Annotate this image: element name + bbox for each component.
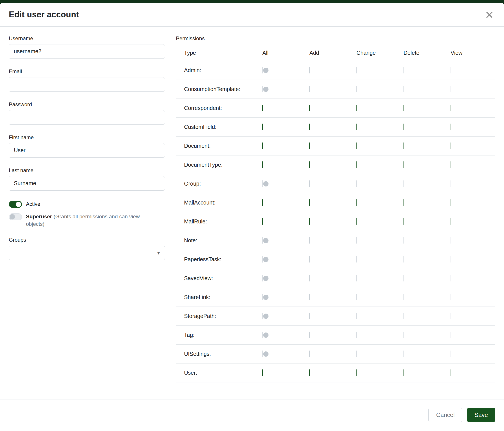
permission-all-toggle[interactable] — [262, 218, 263, 225]
permission-all-toggle[interactable] — [262, 67, 263, 73]
cell-add — [307, 351, 354, 357]
permission-add-checkbox[interactable] — [309, 237, 310, 244]
permission-add-checkbox[interactable] — [309, 124, 310, 130]
permission-delete-checkbox[interactable] — [404, 105, 404, 111]
permission-delete-checkbox[interactable] — [404, 237, 404, 244]
permission-all-toggle[interactable] — [262, 256, 263, 262]
permission-all-toggle[interactable] — [262, 124, 263, 130]
permission-add-checkbox[interactable] — [309, 105, 310, 111]
close-icon[interactable]: × — [485, 10, 494, 19]
permission-all-toggle[interactable] — [262, 143, 263, 149]
permission-delete-checkbox[interactable] — [404, 199, 404, 206]
permission-delete-checkbox[interactable] — [404, 332, 404, 338]
permission-all-toggle[interactable] — [262, 313, 263, 319]
permission-all-toggle[interactable] — [262, 275, 263, 281]
permission-add-checkbox[interactable] — [309, 313, 310, 319]
permission-add-checkbox[interactable] — [309, 162, 310, 168]
permission-view-checkbox[interactable] — [450, 143, 451, 149]
permission-all-toggle[interactable] — [262, 162, 263, 168]
permission-delete-checkbox[interactable] — [404, 180, 404, 187]
permission-change-checkbox[interactable] — [356, 162, 357, 168]
permission-change-checkbox[interactable] — [356, 237, 357, 244]
groups-select[interactable]: ▾ — [9, 246, 165, 260]
permission-view-checkbox[interactable] — [450, 275, 451, 281]
password-field[interactable] — [9, 110, 165, 125]
permission-all-toggle[interactable] — [262, 86, 263, 92]
permission-add-checkbox[interactable] — [309, 180, 310, 187]
permission-view-checkbox[interactable] — [450, 369, 451, 376]
save-button[interactable]: Save — [467, 408, 495, 422]
permission-view-checkbox[interactable] — [450, 162, 451, 168]
permission-view-checkbox[interactable] — [450, 313, 451, 319]
permission-delete-checkbox[interactable] — [404, 369, 404, 376]
permission-delete-checkbox[interactable] — [404, 67, 404, 73]
last-name-field[interactable] — [9, 176, 165, 191]
cell-change — [354, 313, 401, 319]
permission-add-checkbox[interactable] — [309, 332, 310, 338]
permission-add-checkbox[interactable] — [309, 256, 310, 262]
permission-delete-checkbox[interactable] — [404, 313, 404, 319]
permission-change-checkbox[interactable] — [356, 86, 357, 92]
permission-change-checkbox[interactable] — [356, 332, 357, 338]
permission-view-checkbox[interactable] — [450, 67, 451, 73]
permission-add-checkbox[interactable] — [309, 275, 310, 281]
permission-view-checkbox[interactable] — [450, 124, 451, 130]
permission-all-toggle[interactable] — [262, 294, 263, 300]
permission-add-checkbox[interactable] — [309, 67, 310, 73]
permission-change-checkbox[interactable] — [356, 369, 357, 376]
permission-change-checkbox[interactable] — [356, 275, 357, 281]
permission-all-toggle[interactable] — [262, 199, 263, 206]
permission-all-toggle[interactable] — [262, 369, 263, 376]
permission-add-checkbox[interactable] — [309, 143, 310, 149]
permission-all-toggle[interactable] — [262, 180, 263, 187]
permission-delete-checkbox[interactable] — [404, 124, 404, 130]
email-field[interactable] — [9, 77, 165, 92]
permission-view-checkbox[interactable] — [450, 237, 451, 244]
permission-change-checkbox[interactable] — [356, 180, 357, 187]
permission-all-toggle[interactable] — [262, 332, 263, 338]
permission-change-checkbox[interactable] — [356, 124, 357, 130]
permission-change-checkbox[interactable] — [356, 218, 357, 225]
permission-delete-checkbox[interactable] — [404, 350, 404, 357]
permission-all-toggle[interactable] — [262, 105, 263, 111]
permission-change-checkbox[interactable] — [356, 313, 357, 319]
permission-view-checkbox[interactable] — [450, 199, 451, 206]
permission-add-checkbox[interactable] — [309, 350, 310, 357]
permission-view-checkbox[interactable] — [450, 86, 451, 92]
permission-view-checkbox[interactable] — [450, 350, 451, 357]
cell-view — [448, 256, 495, 262]
permission-add-checkbox[interactable] — [309, 294, 310, 300]
superuser-toggle[interactable] — [9, 213, 22, 220]
permission-change-checkbox[interactable] — [356, 199, 357, 206]
permission-delete-checkbox[interactable] — [404, 218, 404, 225]
permission-delete-checkbox[interactable] — [404, 143, 404, 149]
permission-all-toggle[interactable] — [262, 237, 263, 244]
active-toggle[interactable] — [9, 201, 22, 208]
cancel-button[interactable]: Cancel — [428, 408, 462, 422]
permission-change-checkbox[interactable] — [356, 105, 357, 111]
permission-view-checkbox[interactable] — [450, 294, 451, 300]
permission-delete-checkbox[interactable] — [404, 162, 404, 168]
permission-delete-checkbox[interactable] — [404, 86, 404, 92]
permission-view-checkbox[interactable] — [450, 332, 451, 338]
permission-view-checkbox[interactable] — [450, 180, 451, 187]
permissions-panel: Permissions Type All Add Change Delete V… — [176, 36, 495, 391]
permission-change-checkbox[interactable] — [356, 350, 357, 357]
username-input[interactable] — [9, 44, 165, 59]
permission-add-checkbox[interactable] — [309, 199, 310, 206]
permission-delete-checkbox[interactable] — [404, 256, 404, 262]
permission-view-checkbox[interactable] — [450, 218, 451, 225]
permission-view-checkbox[interactable] — [450, 105, 451, 111]
permission-view-checkbox[interactable] — [450, 256, 451, 262]
permission-all-toggle[interactable] — [262, 350, 263, 357]
permission-change-checkbox[interactable] — [356, 67, 357, 73]
permission-change-checkbox[interactable] — [356, 143, 357, 149]
permission-add-checkbox[interactable] — [309, 86, 310, 92]
permission-change-checkbox[interactable] — [356, 256, 357, 262]
permission-change-checkbox[interactable] — [356, 294, 357, 300]
permission-delete-checkbox[interactable] — [404, 294, 404, 300]
permission-add-checkbox[interactable] — [309, 218, 310, 225]
permission-add-checkbox[interactable] — [309, 369, 310, 376]
first-name-field[interactable] — [9, 143, 165, 158]
permission-delete-checkbox[interactable] — [404, 275, 404, 281]
